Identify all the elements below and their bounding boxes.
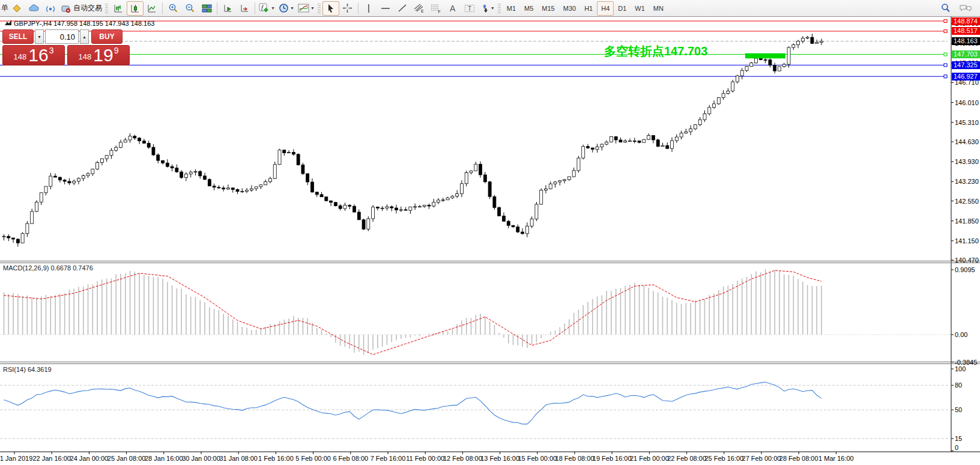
autotrading-button[interactable]: 自动交易 (59, 1, 104, 16)
community-button[interactable] (25, 1, 42, 16)
vertical-line-icon (365, 4, 372, 13)
new-order-button[interactable]: 单 (1, 3, 8, 13)
pivot-annotation-text[interactable]: 多空转折点147.703 (604, 43, 707, 59)
pivot-rectangle-object[interactable] (745, 53, 785, 59)
signals-button[interactable] (42, 1, 59, 16)
candle-body (100, 159, 103, 162)
level-line-handle[interactable] (944, 75, 947, 78)
time-axis-label: 24 Jan 00:00 (70, 455, 109, 462)
candle-body (591, 148, 594, 149)
timeframe-d1-button[interactable]: D1 (614, 1, 631, 16)
chart-shift-icon (240, 4, 249, 13)
candle-body (142, 141, 145, 144)
deposit-button[interactable] (8, 1, 25, 16)
level-line-handle[interactable] (944, 53, 947, 56)
volume-down-button[interactable]: ▼ (35, 29, 44, 44)
timeframe-m1-button[interactable]: M1 (503, 1, 520, 16)
vertical-line-button[interactable] (360, 1, 377, 16)
candle-body (110, 150, 113, 156)
candle-body (320, 195, 323, 197)
candle-body (596, 147, 599, 149)
timeframe-mn-button[interactable]: MN (649, 1, 668, 16)
candle-body (306, 174, 309, 182)
candle-body (330, 201, 333, 202)
bar-chart-button[interactable] (110, 1, 127, 16)
chat-button[interactable] (957, 1, 974, 16)
candle-body (572, 171, 575, 177)
sell-button[interactable]: SELL (2, 29, 34, 44)
candle-body (764, 59, 767, 60)
candle-body (656, 140, 659, 147)
candle-body (582, 147, 585, 158)
candle-body (456, 194, 459, 196)
toolbar-separator (162, 2, 163, 14)
candle-body (460, 184, 463, 194)
candle-body (540, 190, 543, 204)
candle-body (35, 202, 38, 211)
timeframe-m15-button[interactable]: M15 (537, 1, 558, 16)
candle-body (96, 162, 99, 169)
timeframe-w1-button[interactable]: W1 (631, 1, 649, 16)
search-button[interactable] (937, 1, 954, 16)
buy-button[interactable]: BUY (91, 29, 122, 44)
volume-up-button[interactable]: ▲ (80, 29, 89, 44)
timeframe-h1-button[interactable]: H1 (580, 1, 597, 16)
timeframe-m5-button[interactable]: M5 (520, 1, 537, 16)
candle-body (353, 206, 356, 212)
timeframe-m30-button[interactable]: M30 (559, 1, 580, 16)
candle-body (609, 137, 612, 142)
candle-body (82, 176, 85, 178)
candle-body (675, 137, 678, 141)
candlestick-chart-button[interactable] (127, 1, 144, 16)
level-line-handle[interactable] (944, 64, 947, 67)
text-button[interactable]: A (444, 1, 461, 16)
time-axis-label: 31 Jan 08:00 (219, 455, 258, 462)
equidistant-channel-button[interactable]: E (411, 1, 428, 16)
text-label-button[interactable]: T (461, 1, 478, 16)
tile-windows-button[interactable] (198, 1, 215, 16)
sell-price-button[interactable]: 148 16 3 (2, 45, 65, 65)
arrows-button[interactable]: ▼ (478, 1, 497, 16)
candle-body (204, 176, 207, 180)
level-line-handle[interactable] (944, 29, 947, 32)
candle-body (255, 187, 258, 189)
candle-body (334, 202, 337, 206)
candlestick-icon (130, 4, 140, 13)
candle-body (339, 205, 342, 208)
candle-body (797, 41, 800, 44)
chart-shift-button[interactable] (236, 1, 253, 16)
chart-symbol-icon (5, 20, 11, 27)
candle-body (502, 216, 505, 221)
candle-body (250, 189, 253, 190)
candle-body (437, 200, 440, 202)
trendline-button[interactable] (394, 1, 411, 16)
fibonacci-button[interactable]: F (428, 1, 444, 16)
zoom-out-button[interactable] (181, 1, 198, 16)
cursor-button[interactable] (322, 1, 339, 16)
volume-input[interactable]: 0.10 (45, 29, 79, 44)
symbol-info: GBPJPY-,H4 147.958 148.195 147.943 148.1… (5, 20, 154, 27)
level-line-handle[interactable] (944, 20, 947, 23)
one-click-trading-panel: SELL ▼ 0.10 ▲ BUY 148 16 3 148 19 9 (2, 29, 130, 65)
templates-button[interactable]: ▼ (296, 1, 316, 16)
time-axis-label: 7 Feb 16:00 (371, 455, 406, 462)
candle-body (731, 82, 734, 91)
macd-indicator-label: MACD(12,26,9) 0.6678 0.7476 (3, 264, 93, 272)
indicators-button[interactable]: f▼ (257, 1, 277, 16)
line-chart-button[interactable] (144, 1, 160, 16)
zoom-in-button[interactable] (165, 1, 181, 16)
timeframe-h4-button[interactable]: H4 (597, 1, 614, 16)
candle-body (418, 207, 421, 207)
periods-button[interactable]: ▼ (277, 1, 296, 16)
chart-canvas[interactable] (0, 0, 980, 465)
time-axis-label: 6 Feb 08:00 (333, 455, 368, 462)
auto-scroll-button[interactable] (219, 1, 236, 16)
horizontal-line-button[interactable] (377, 1, 394, 16)
zoom-in-icon (168, 3, 178, 13)
candle-body (525, 226, 528, 234)
crosshair-button[interactable] (339, 1, 356, 16)
candle-body (236, 189, 239, 191)
buy-price-button[interactable]: 148 19 9 (67, 45, 130, 65)
candle-body (278, 150, 281, 165)
time-axis-label: 28 Feb 08:00 (779, 455, 818, 462)
